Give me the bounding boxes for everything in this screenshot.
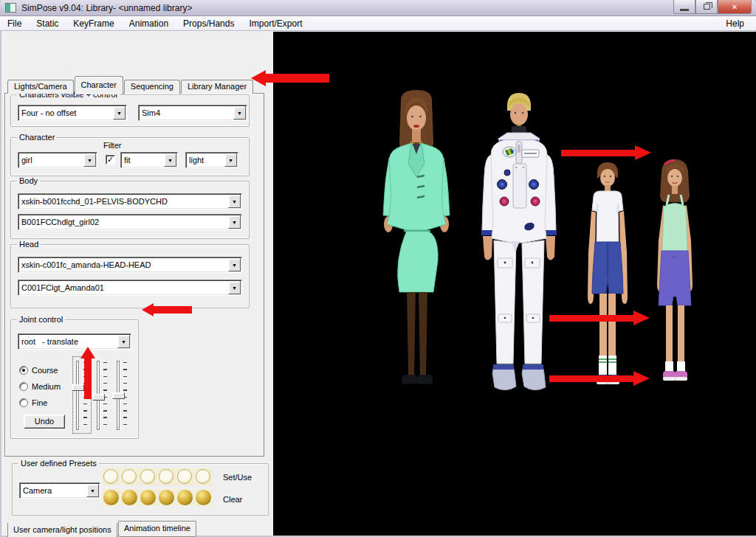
title-bar[interactable]: SimPose v9.04: Library- <unnamed library… xyxy=(0,0,756,16)
preset-target-combobox[interactable]: Camera ▼ xyxy=(19,482,100,499)
preset-slot-clear[interactable] xyxy=(140,489,157,506)
radio-medium[interactable]: Medium xyxy=(19,382,61,391)
menu-import-export[interactable]: Import/Export xyxy=(241,17,309,30)
tab-character[interactable]: Character xyxy=(75,76,123,94)
undo-button[interactable]: Undo xyxy=(24,415,65,429)
preset-slot-empty[interactable] xyxy=(121,468,139,485)
figure-man-astronaut xyxy=(478,93,568,395)
dropdown-arrow-icon[interactable]: ▼ xyxy=(228,195,241,208)
tab-lights-camera[interactable]: Lights/Camera xyxy=(7,80,74,94)
preset-slot-clear[interactable] xyxy=(176,489,194,506)
control-panel: Lights/Camera Character Sequencing Libra… xyxy=(1,32,273,536)
head-group: Head xyxy=(10,244,250,308)
visibility-mode-combobox[interactable]: Four - no offset ▼ xyxy=(18,105,127,121)
head-mesh-combobox[interactable]: xskin-c001fc_amanda-HEAD-HEAD ▼ xyxy=(18,257,242,273)
tab-animation-timeline[interactable]: Animation timeline xyxy=(118,521,196,537)
simpose-window: SimPose v9.04: Library- <unnamed library… xyxy=(0,0,756,537)
radio-fine-dot[interactable] xyxy=(19,398,28,407)
restore-button[interactable] xyxy=(695,0,718,14)
character-legend: Character xyxy=(17,133,57,142)
dropdown-arrow-icon[interactable]: ▼ xyxy=(228,258,241,271)
window-title: SimPose v9.04: Library- <unnamed library… xyxy=(21,3,192,13)
menu-bar: File Static KeyFrame Animation Props/Han… xyxy=(0,16,756,31)
body-mesh-combobox[interactable]: xskin-b001fcchd_01-PELVIS-BODYCHD ▼ xyxy=(18,193,242,209)
dropdown-arrow-icon[interactable]: ▼ xyxy=(113,106,126,119)
tab-sequencing[interactable]: Sequencing xyxy=(124,80,180,94)
dropdown-arrow-icon[interactable]: ▼ xyxy=(228,281,241,294)
menu-animation[interactable]: Animation xyxy=(122,17,176,30)
dropdown-arrow-icon[interactable]: ▼ xyxy=(83,153,96,167)
menu-props-hands[interactable]: Props/Hands xyxy=(176,17,241,30)
preset-slot-clear[interactable] xyxy=(121,489,139,506)
radio-fine[interactable]: Fine xyxy=(19,398,47,407)
body-skin-combobox[interactable]: B001FCChdlgt_girl02 ▼ xyxy=(18,214,242,230)
slider-x-track[interactable] xyxy=(76,361,79,430)
preset-slot-empty[interactable] xyxy=(140,468,157,485)
preset-slot-clear[interactable] xyxy=(195,489,213,506)
main-tabstrip: Lights/Camera Character Sequencing Libra… xyxy=(7,75,254,94)
menu-file[interactable]: File xyxy=(0,17,29,30)
preset-slot-empty[interactable] xyxy=(103,468,120,485)
radio-medium-dot[interactable] xyxy=(19,382,28,391)
menu-keyframe[interactable]: KeyFrame xyxy=(66,17,121,30)
figure-girl-mint-top xyxy=(642,158,710,388)
filter-label: Filter xyxy=(103,141,121,150)
sim-select-combobox[interactable]: Sim4 ▼ xyxy=(138,105,247,121)
presets-legend: User defined Presets xyxy=(18,459,99,468)
dropdown-arrow-icon[interactable]: ▼ xyxy=(117,335,130,348)
fit-combobox[interactable]: fit ▼ xyxy=(120,152,178,168)
head-legend: Head xyxy=(17,240,41,249)
menu-static[interactable]: Static xyxy=(29,17,66,30)
dropdown-arrow-icon[interactable]: ▼ xyxy=(224,153,237,167)
tab-library-manager[interactable]: Library Manager xyxy=(181,80,253,94)
tab-user-camera-light-positions[interactable]: User camera/light positions xyxy=(7,523,117,537)
radio-course[interactable]: Course xyxy=(19,366,58,375)
radio-course-dot[interactable] xyxy=(19,366,28,375)
set-use-label: Set/Use xyxy=(223,473,252,482)
restore-icon xyxy=(704,4,710,10)
dropdown-arrow-icon[interactable]: ▼ xyxy=(233,106,246,119)
body-group: Body xyxy=(10,181,250,239)
clear-label: Clear xyxy=(223,495,242,504)
slider-z-thumb[interactable] xyxy=(112,392,125,399)
dropdown-arrow-icon[interactable]: ▼ xyxy=(228,215,241,229)
preset-slot-empty[interactable] xyxy=(158,468,176,485)
dropdown-arrow-icon[interactable]: ▼ xyxy=(86,484,99,497)
preset-slot-empty[interactable] xyxy=(176,468,194,485)
minimize-button[interactable] xyxy=(673,0,695,14)
dropdown-arrow-icon[interactable]: ▼ xyxy=(164,153,176,167)
slider-y-thumb[interactable] xyxy=(92,394,105,401)
joint-control-legend: Joint control xyxy=(17,315,65,325)
figure-woman-teal-suit xyxy=(374,90,461,391)
head-skin-combobox[interactable]: C001FClgt_Amanda01 ▼ xyxy=(18,280,242,296)
joint-select-combobox[interactable]: root - translate ▼ xyxy=(18,333,131,350)
light-combobox[interactable]: light ▼ xyxy=(185,152,238,168)
filter-checkbox[interactable]: ✓ xyxy=(106,155,115,164)
close-button[interactable]: ✕ xyxy=(718,0,752,14)
figure-boy-white-shirt xyxy=(582,162,633,391)
body-legend: Body xyxy=(17,176,40,186)
minimize-icon xyxy=(680,9,689,11)
app-icon xyxy=(5,3,16,13)
preset-slot-clear[interactable] xyxy=(103,489,120,506)
render-viewport[interactable] xyxy=(273,32,756,536)
preset-slot-empty[interactable] xyxy=(195,468,213,485)
preset-slot-clear[interactable] xyxy=(158,489,176,506)
slider-x-thumb[interactable] xyxy=(72,384,84,391)
character-type-combobox[interactable]: girl ▼ xyxy=(18,152,97,168)
menu-help[interactable]: Help xyxy=(718,17,752,30)
